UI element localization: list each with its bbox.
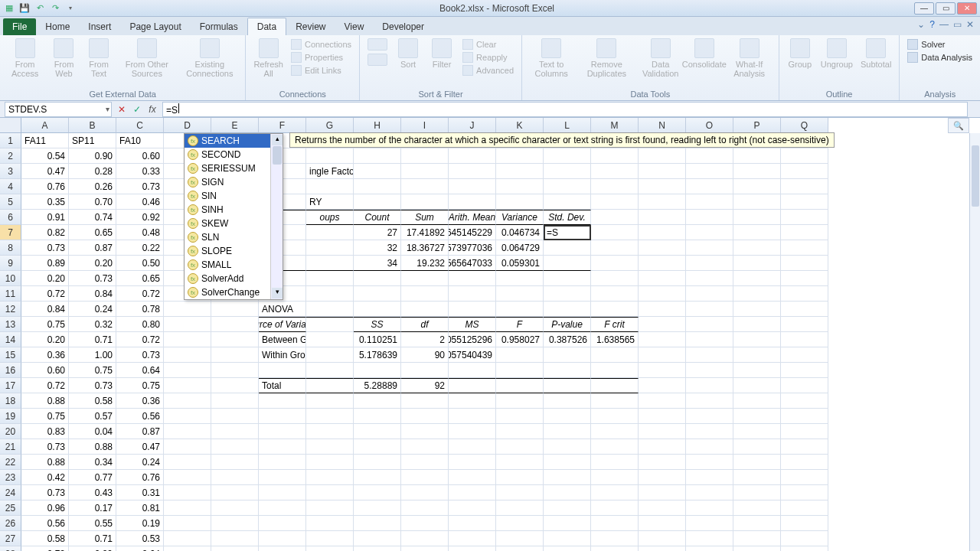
cell[interactable] bbox=[639, 516, 686, 531]
cell[interactable] bbox=[164, 302, 211, 317]
cell[interactable] bbox=[401, 439, 449, 455]
cell[interactable]: 0.65 bbox=[116, 271, 164, 286]
cell[interactable] bbox=[686, 455, 733, 470]
cell[interactable]: 0.89 bbox=[21, 256, 69, 271]
cell[interactable] bbox=[544, 531, 591, 546]
cell[interactable] bbox=[733, 317, 781, 332]
cell[interactable]: 0.73 bbox=[116, 347, 164, 363]
from-web-button[interactable]: From Web bbox=[47, 37, 80, 80]
autocomplete-item[interactable]: fxSEARCH bbox=[185, 134, 283, 148]
cell[interactable]: 17.41892 bbox=[401, 225, 449, 240]
column-header[interactable]: P bbox=[733, 118, 781, 133]
cell[interactable]: 0.57 bbox=[69, 409, 116, 424]
cell[interactable] bbox=[306, 286, 354, 302]
cell[interactable] bbox=[211, 500, 259, 516]
cell[interactable]: 0.50 bbox=[116, 256, 164, 271]
vertical-scrollbar[interactable] bbox=[969, 133, 980, 551]
cell[interactable] bbox=[354, 179, 401, 194]
cell[interactable] bbox=[354, 363, 401, 378]
cell[interactable] bbox=[544, 516, 591, 531]
cell[interactable] bbox=[259, 546, 306, 551]
cell[interactable] bbox=[306, 378, 354, 393]
cell[interactable] bbox=[781, 531, 828, 546]
cell[interactable] bbox=[449, 470, 496, 485]
column-header[interactable]: H bbox=[354, 118, 401, 133]
cancel-formula-button[interactable]: ✕ bbox=[115, 103, 129, 116]
cell[interactable] bbox=[164, 378, 211, 393]
column-header[interactable]: E bbox=[211, 118, 259, 133]
cell[interactable] bbox=[733, 194, 781, 210]
cell[interactable]: 0.059301 bbox=[496, 256, 544, 271]
cell[interactable] bbox=[544, 470, 591, 485]
cell[interactable] bbox=[781, 470, 828, 485]
cell[interactable]: 0.81 bbox=[116, 500, 164, 516]
column-header[interactable]: G bbox=[306, 118, 354, 133]
cell[interactable] bbox=[591, 164, 639, 179]
tab-insert[interactable]: Insert bbox=[79, 18, 120, 35]
cell[interactable]: SS bbox=[354, 317, 401, 332]
cell[interactable] bbox=[211, 378, 259, 393]
cell[interactable] bbox=[591, 546, 639, 551]
cell[interactable] bbox=[496, 378, 544, 393]
cell[interactable] bbox=[544, 363, 591, 378]
row-header[interactable]: 20 bbox=[0, 424, 21, 439]
cell[interactable]: 0.110251 bbox=[354, 332, 401, 347]
cell[interactable] bbox=[733, 332, 781, 347]
cell[interactable]: 0.75 bbox=[21, 409, 69, 424]
cell[interactable]: 27 bbox=[354, 225, 401, 240]
cell[interactable] bbox=[639, 439, 686, 455]
cell[interactable] bbox=[639, 546, 686, 551]
cell[interactable]: Source of Variation bbox=[259, 317, 306, 332]
cell[interactable] bbox=[449, 164, 496, 179]
row-header[interactable]: 24 bbox=[0, 485, 21, 500]
text-to-columns-button[interactable]: Text to Columns bbox=[527, 37, 576, 80]
row-header[interactable]: 21 bbox=[0, 439, 21, 455]
cell[interactable] bbox=[354, 531, 401, 546]
cell[interactable] bbox=[781, 286, 828, 302]
autocomplete-item[interactable]: fxSLOPE bbox=[185, 244, 283, 258]
cell[interactable]: 0.046734 bbox=[496, 225, 544, 240]
cell[interactable] bbox=[544, 194, 591, 210]
cell[interactable] bbox=[591, 393, 639, 409]
column-header[interactable]: D bbox=[164, 118, 211, 133]
cell[interactable]: 0.20 bbox=[21, 271, 69, 286]
cell[interactable]: 0.88 bbox=[69, 439, 116, 455]
name-box[interactable]: STDEV.S▾ bbox=[5, 102, 112, 117]
cell[interactable] bbox=[259, 439, 306, 455]
column-header[interactable]: L bbox=[544, 118, 591, 133]
tab-data[interactable]: Data bbox=[247, 18, 286, 35]
cell[interactable] bbox=[591, 286, 639, 302]
ungroup-button[interactable]: Ungroup bbox=[818, 37, 856, 70]
cell[interactable] bbox=[781, 179, 828, 194]
cell[interactable] bbox=[591, 148, 639, 164]
cell[interactable]: 0.96 bbox=[21, 500, 69, 516]
cell[interactable] bbox=[401, 164, 449, 179]
cell[interactable] bbox=[496, 302, 544, 317]
redo-icon[interactable]: ↷ bbox=[49, 2, 61, 15]
column-header[interactable]: M bbox=[591, 118, 639, 133]
cell[interactable] bbox=[306, 516, 354, 531]
cell[interactable] bbox=[639, 210, 686, 225]
cell[interactable]: 0.73 bbox=[21, 240, 69, 256]
cell[interactable] bbox=[686, 194, 733, 210]
cell[interactable] bbox=[354, 455, 401, 470]
cell[interactable] bbox=[781, 164, 828, 179]
cell[interactable] bbox=[733, 271, 781, 286]
cell[interactable]: 0.60 bbox=[116, 148, 164, 164]
cell[interactable] bbox=[449, 516, 496, 531]
filter-button[interactable]: Filter bbox=[426, 37, 458, 70]
cell[interactable]: 0.72 bbox=[21, 378, 69, 393]
cell[interactable] bbox=[449, 485, 496, 500]
cell[interactable] bbox=[781, 363, 828, 378]
cell[interactable] bbox=[164, 485, 211, 500]
cell[interactable] bbox=[544, 148, 591, 164]
tab-home[interactable]: Home bbox=[36, 18, 79, 35]
scroll-thumb[interactable] bbox=[273, 146, 282, 165]
cell[interactable] bbox=[401, 485, 449, 500]
tab-review[interactable]: Review bbox=[286, 18, 335, 35]
cell[interactable] bbox=[164, 409, 211, 424]
cell[interactable]: 0.60 bbox=[21, 363, 69, 378]
scroll-down-icon[interactable]: ▾ bbox=[272, 288, 283, 298]
cell[interactable] bbox=[591, 409, 639, 424]
cell[interactable]: 0.76 bbox=[21, 179, 69, 194]
